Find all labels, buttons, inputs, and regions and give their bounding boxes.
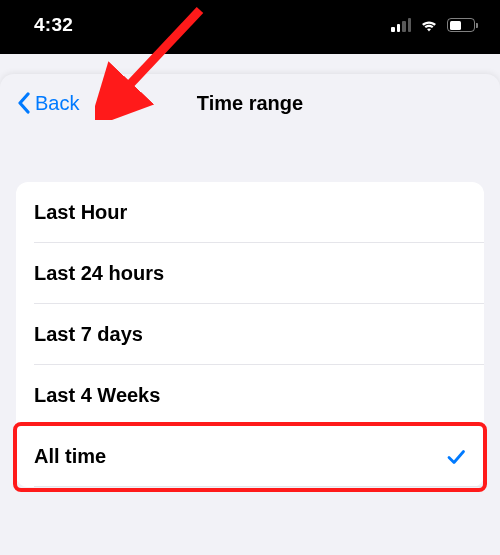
checkmark-icon (446, 447, 466, 467)
option-all-time[interactable]: All time (16, 426, 484, 487)
back-label: Back (35, 92, 79, 115)
option-label: Last 24 hours (34, 262, 164, 285)
time-range-list: Last Hour Last 24 hours Last 7 days Last… (16, 182, 484, 487)
modal-sheet: Back Time range Last Hour Last 24 hours … (0, 74, 500, 555)
option-last-hour[interactable]: Last Hour (16, 182, 484, 243)
status-time: 4:32 (34, 14, 73, 36)
status-bar: 4:32 (0, 0, 500, 54)
status-icons (391, 18, 478, 33)
option-last-7-days[interactable]: Last 7 days (16, 304, 484, 365)
battery-icon (447, 18, 478, 32)
option-label: Last 4 Weeks (34, 384, 160, 407)
back-button[interactable]: Back (16, 92, 79, 115)
option-last-24-hours[interactable]: Last 24 hours (16, 243, 484, 304)
cellular-signal-icon (391, 18, 411, 32)
chevron-left-icon (16, 92, 31, 114)
option-last-4-weeks[interactable]: Last 4 Weeks (16, 365, 484, 426)
option-label: All time (34, 445, 106, 468)
page-title: Time range (197, 92, 303, 115)
option-label: Last Hour (34, 201, 127, 224)
option-label: Last 7 days (34, 323, 143, 346)
nav-header: Back Time range (0, 74, 500, 132)
wifi-icon (419, 18, 439, 33)
